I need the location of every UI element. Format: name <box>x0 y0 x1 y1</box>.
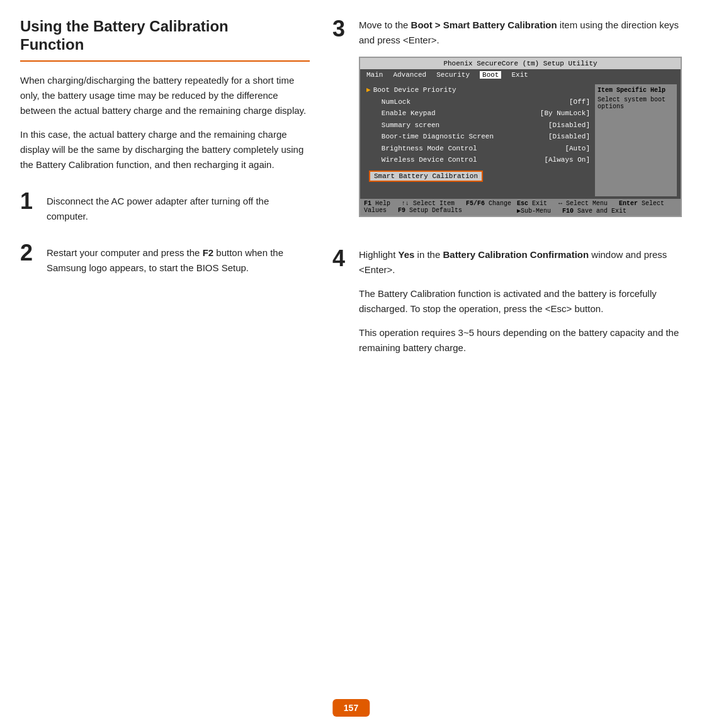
page-number: 157 <box>332 699 370 717</box>
bios-help-text: Select system boot options <box>597 96 674 110</box>
bios-menu-exit[interactable]: Exit <box>511 71 528 79</box>
bios-row-brightness: Brightness Mode Control[Auto] <box>364 143 595 155</box>
bios-header-row: ▶Boot Device Priority <box>364 84 595 96</box>
step-3-number: 3 <box>332 18 353 40</box>
bios-footer-esc: Esc Exit ↔ Select Menu Enter Select ▶Sub… <box>517 200 677 215</box>
left-column: Using the Battery Calibration Function W… <box>20 18 310 382</box>
step-1-number: 1 <box>20 190 40 213</box>
bios-row-wireless: Wireless Device Control[Always On] <box>364 154 595 166</box>
step-4-text-1: Highlight Yes in the Battery Calibration… <box>359 247 682 277</box>
step-4-content: Highlight Yes in the Battery Calibration… <box>359 247 682 364</box>
bios-row-numlock: NumLock[Off] <box>364 96 595 108</box>
bios-smart-btn-row: Smart Battery Calibration <box>364 166 595 186</box>
step-4-text-3: This operation requires 3~5 hours depend… <box>359 325 682 356</box>
intro-paragraph-1: When charging/discharging the battery re… <box>20 73 310 118</box>
bios-help-area: Item Specific Help Select system boot op… <box>595 84 677 196</box>
bios-main-area: ▶Boot Device Priority NumLock[Off] Enabl… <box>364 84 595 196</box>
step-3-text: Move to the Boot > Smart Battery Calibra… <box>359 18 682 48</box>
bios-menu-security[interactable]: Security <box>436 71 470 79</box>
bios-row-keypad: Enable Keypad[By NumLock] <box>364 108 595 120</box>
right-column: 3 Move to the Boot > Smart Battery Calib… <box>332 18 682 382</box>
bios-menu-advanced[interactable]: Advanced <box>393 71 426 79</box>
step-1-block: 1 Disconnect the AC power adapter after … <box>20 190 310 224</box>
bios-screenshot: Phoenix SecureCore (tm) Setup Utility Ma… <box>359 57 682 217</box>
bios-footer-f1: F1 Help ↑↓ Select Item F5/F6 Change Valu… <box>364 200 517 215</box>
bios-row-summary: Summary screen[Disabled] <box>364 120 595 132</box>
bios-menu-main[interactable]: Main <box>366 71 383 79</box>
step-4-block: 4 Highlight Yes in the Battery Calibrati… <box>332 247 682 364</box>
bios-help-title: Item Specific Help <box>597 87 674 94</box>
bios-menu-bar: Main Advanced Security Boot Exit <box>360 69 681 81</box>
page-title: Using the Battery Calibration Function <box>20 18 310 54</box>
bios-footer: F1 Help ↑↓ Select Item F5/F6 Change Valu… <box>360 199 681 216</box>
step-1-text: Disconnect the AC power adapter after tu… <box>47 190 310 224</box>
page-number-container: 157 <box>332 702 370 713</box>
step-3-block: 3 Move to the Boot > Smart Battery Calib… <box>332 18 682 230</box>
step-2-block: 2 Restart your computer and press the F2… <box>20 242 310 276</box>
title-divider <box>20 60 310 62</box>
bios-smart-battery-btn[interactable]: Smart Battery Calibration <box>369 171 483 182</box>
step-2-text: Restart your computer and press the F2 b… <box>47 242 310 276</box>
bios-body: ▶Boot Device Priority NumLock[Off] Enabl… <box>360 81 681 199</box>
step-2-number: 2 <box>20 242 40 264</box>
intro-paragraph-2: In this case, the actual battery charge … <box>20 127 310 172</box>
bios-row-diagnostic: Boor-time Diagnostic Screen[Disabled] <box>364 131 595 143</box>
step-3-content: Move to the Boot > Smart Battery Calibra… <box>359 18 682 230</box>
bios-title: Phoenix SecureCore (tm) Setup Utility <box>360 58 681 69</box>
step-4-number: 4 <box>332 247 353 270</box>
step-4-text-2: The Battery Calibration function is acti… <box>359 286 682 316</box>
bios-menu-boot[interactable]: Boot <box>480 71 501 79</box>
